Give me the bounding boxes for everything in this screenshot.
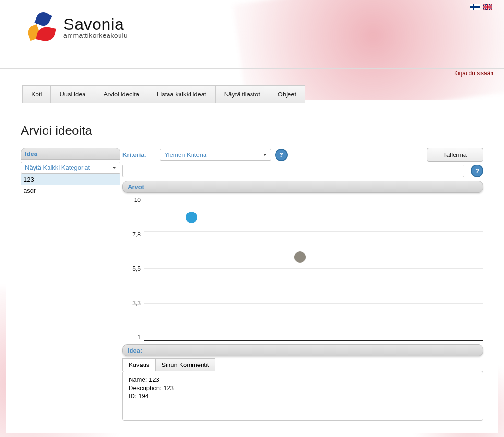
brand-subtitle: ammattikorkeakoulu — [63, 32, 128, 39]
flag-fi-icon[interactable] — [470, 4, 480, 10]
values-section-header: Arvot — [122, 181, 483, 193]
nav-list-all[interactable]: Listaa kaikki ideat — [148, 85, 216, 103]
ytick-10: 10 — [124, 197, 141, 203]
svg-rect-2 — [470, 6, 480, 8]
criteria-label: Kriteria: — [122, 151, 156, 158]
primary-nav: Koti Uusi idea Arvioi ideoita Listaa kai… — [22, 85, 305, 103]
nav-stats[interactable]: Näytä tilastot — [215, 85, 269, 103]
svg-rect-7 — [483, 6, 492, 7]
filter-input[interactable] — [122, 165, 464, 177]
idea-section-header: Idea: — [122, 344, 483, 356]
help-criteria-icon[interactable]: ? — [275, 149, 288, 161]
idea-list-item[interactable]: asdf — [21, 185, 120, 196]
detail-name-value: 123 — [149, 376, 159, 383]
nav-home[interactable]: Koti — [22, 85, 51, 103]
ytick-33: 3,3 — [124, 300, 141, 307]
detail-id-value: 194 — [138, 392, 149, 400]
detail-desc-label: Description: — [129, 384, 162, 391]
page-title: Arvioi ideoita — [21, 123, 483, 138]
idea-list-item[interactable]: 123 — [21, 174, 120, 185]
brand-title: Savonia — [63, 15, 128, 34]
flag-uk-icon[interactable] — [483, 4, 492, 10]
ytick-78: 7,8 — [124, 231, 141, 238]
nav-evaluate[interactable]: Arvioi ideoita — [95, 85, 148, 103]
nav-help[interactable]: Ohjeet — [269, 85, 305, 103]
ytick-55: 5,5 — [124, 265, 141, 272]
chart-point[interactable] — [186, 212, 197, 223]
description-box: Name: 123 Description: 123 ID: 194 — [122, 371, 483, 421]
sidebar-header: Idea — [21, 148, 120, 160]
login-link[interactable]: Kirjaudu sisään — [454, 70, 493, 77]
tab-your-comments[interactable]: Sinun Kommentit — [155, 358, 215, 371]
tab-description[interactable]: Kuvaus — [122, 358, 156, 371]
detail-id-label: ID: — [129, 392, 137, 400]
values-chart: 10 7,8 5,5 3,3 1 — [124, 197, 483, 341]
category-select-value: Näytä Kaikki Kategoriat — [25, 164, 90, 171]
help-filter-icon[interactable]: ? — [471, 165, 483, 177]
criteria-select-value: Yleinen Kriteria — [164, 151, 206, 158]
category-select[interactable]: Näytä Kaikki Kategoriat — [21, 162, 120, 174]
idea-list: 123 asdf — [21, 174, 120, 196]
detail-desc-value: 123 — [163, 384, 174, 391]
logo-mark — [28, 12, 57, 41]
chart-point[interactable] — [294, 251, 306, 263]
ytick-1: 1 — [124, 334, 141, 341]
nav-new-idea[interactable]: Uusi idea — [50, 85, 95, 103]
save-button[interactable]: Tallenna — [427, 148, 483, 162]
criteria-select[interactable]: Yleinen Kriteria — [160, 149, 271, 161]
brand-logo: Savonia ammattikorkeakoulu — [28, 12, 128, 41]
detail-name-label: Name: — [129, 376, 147, 383]
